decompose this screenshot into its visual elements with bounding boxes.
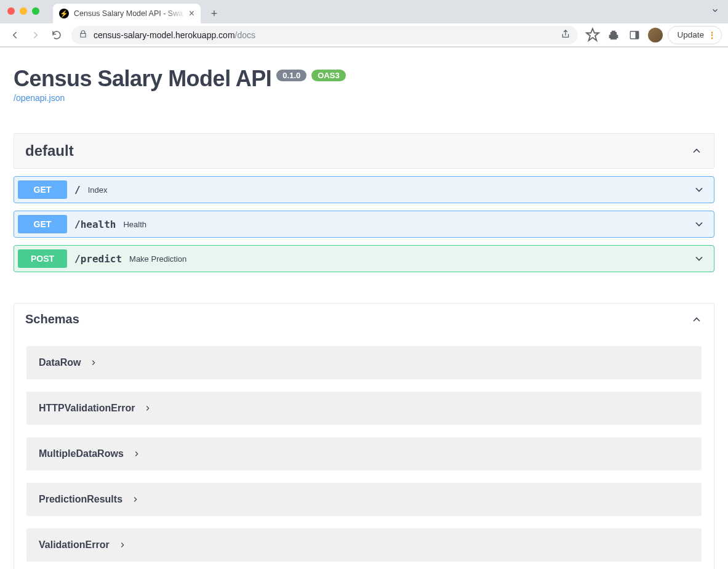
oas-badge: OAS3	[311, 70, 345, 81]
operation-get-health[interactable]: GET /health Health	[14, 211, 714, 238]
api-title: Census Salary Model API	[14, 66, 271, 92]
operation-summary: Health	[123, 220, 146, 229]
operation-summary: Index	[88, 185, 108, 195]
operation-path: /predict	[74, 253, 122, 265]
chevron-down-icon	[693, 218, 705, 230]
browser-tab[interactable]: ⚡ Census Salary Model API - Swa ×	[53, 4, 201, 23]
tag-section-header[interactable]: default	[14, 133, 714, 169]
swagger-ui: Census Salary Model API 0.1.0 OAS3 /open…	[0, 47, 728, 569]
operation-summary: Make Prediction	[129, 254, 186, 264]
update-label: Update	[677, 30, 704, 39]
maximize-window-button[interactable]	[32, 7, 39, 15]
chevron-right-icon	[132, 450, 141, 458]
update-button[interactable]: Update ⋮	[668, 26, 722, 44]
window-controls	[7, 7, 39, 15]
chevron-right-icon	[118, 541, 127, 549]
schema-name: MultipleDataRows	[39, 448, 124, 459]
profile-avatar[interactable]	[648, 28, 663, 42]
schema-name: PredictionResults	[39, 494, 122, 505]
minimize-window-button[interactable]	[20, 7, 27, 15]
schema-item[interactable]: HTTPValidationError	[26, 392, 702, 425]
method-badge: GET	[18, 180, 67, 199]
schema-name: HTTPValidationError	[39, 403, 135, 414]
schema-name: ValidationError	[39, 539, 110, 551]
viewport[interactable]: Census Salary Model API 0.1.0 OAS3 /open…	[0, 47, 728, 569]
schema-name: DataRow	[39, 357, 81, 368]
tab-title: Census Salary Model API - Swa	[74, 9, 186, 18]
extensions-icon[interactable]	[605, 26, 622, 44]
chevron-up-icon	[690, 313, 703, 326]
bookmark-star-icon[interactable]	[584, 26, 601, 44]
forward-button[interactable]	[27, 26, 44, 44]
close-window-button[interactable]	[7, 7, 15, 15]
schema-item[interactable]: DataRow	[26, 346, 702, 379]
lock-icon	[79, 30, 87, 40]
schemas-title: Schemas	[25, 312, 79, 326]
reload-button[interactable]	[48, 26, 65, 44]
operation-path: /health	[74, 219, 116, 230]
favicon-icon: ⚡	[59, 9, 69, 18]
svg-rect-1	[636, 31, 639, 39]
new-tab-button[interactable]: +	[206, 5, 223, 22]
chevron-up-icon	[690, 145, 703, 157]
schema-item[interactable]: PredictionResults	[26, 483, 702, 516]
tab-bar: ⚡ Census Salary Model API - Swa × +	[0, 0, 728, 23]
version-badge: 0.1.0	[276, 70, 306, 81]
close-tab-button[interactable]: ×	[189, 8, 194, 19]
share-icon[interactable]	[561, 29, 570, 41]
chevron-right-icon	[143, 404, 152, 413]
address-bar[interactable]: census-salary-model.herokuapp.com/docs	[71, 26, 578, 44]
browser-chrome: ⚡ Census Salary Model API - Swa × + cens…	[0, 0, 728, 47]
menu-dots-icon: ⋮	[708, 30, 716, 40]
schemas-body: DataRow HTTPValidationError MultipleData…	[14, 346, 714, 569]
url-host: census-salary-model.herokuapp.com	[94, 30, 235, 40]
method-badge: POST	[18, 249, 67, 268]
chevron-right-icon	[131, 495, 140, 504]
url-path: /docs	[235, 30, 255, 40]
schema-item[interactable]: ValidationError	[26, 528, 702, 562]
schemas-header[interactable]: Schemas	[14, 304, 714, 335]
chevron-right-icon	[89, 358, 98, 367]
back-button[interactable]	[6, 26, 23, 44]
openapi-link[interactable]: /openapi.json	[14, 93, 65, 103]
chevron-down-icon	[693, 252, 705, 265]
method-badge: GET	[18, 215, 67, 233]
api-header: Census Salary Model API 0.1.0 OAS3	[14, 66, 714, 92]
schema-item[interactable]: MultipleDataRows	[26, 437, 702, 470]
schemas-section: Schemas DataRow HTTPValidationError Mult…	[14, 303, 714, 569]
operation-path: /	[74, 184, 81, 196]
tag-name: default	[25, 142, 74, 159]
chevron-down-icon[interactable]	[711, 6, 719, 17]
operation-get-index[interactable]: GET / Index	[14, 176, 714, 203]
chevron-down-icon	[693, 184, 705, 196]
side-panel-icon[interactable]	[626, 26, 643, 44]
toolbar: census-salary-model.herokuapp.com/docs U…	[0, 23, 728, 47]
operation-post-predict[interactable]: POST /predict Make Prediction	[14, 245, 714, 272]
